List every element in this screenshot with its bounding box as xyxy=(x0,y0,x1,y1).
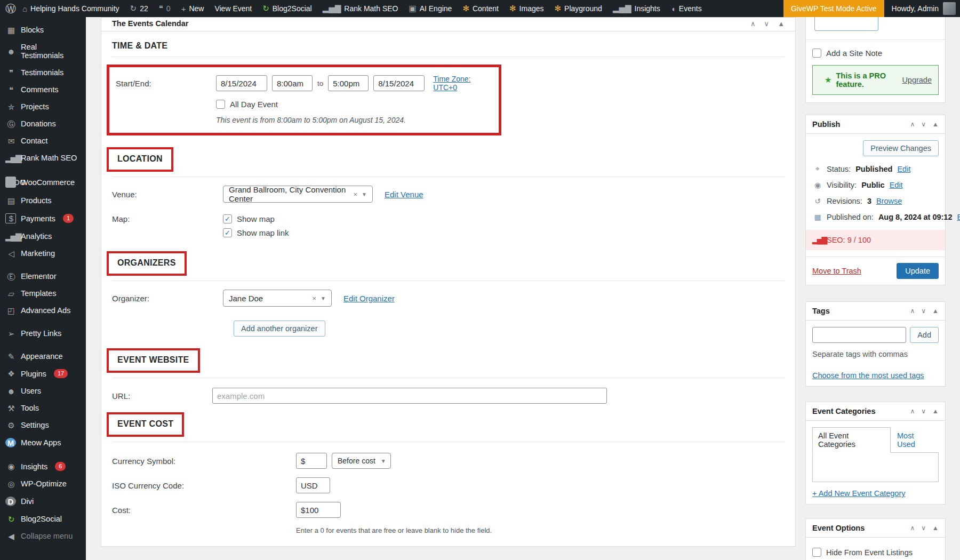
admin-bar-item[interactable]: ◖Events xyxy=(671,4,702,13)
sidebar-item[interactable]: ◰Advanced Ads xyxy=(0,302,86,319)
sidebar-item[interactable]: ⒼDonations xyxy=(0,115,86,132)
end-time-input[interactable] xyxy=(328,75,369,91)
order-up-icon[interactable]: ∧ xyxy=(910,307,915,315)
sidebar-item[interactable]: ◀Collapse menu xyxy=(0,527,86,545)
admin-bar-item[interactable]: ↻Blog2Social xyxy=(262,4,312,13)
site-note-checkbox[interactable] xyxy=(812,49,821,58)
admin-bar-item[interactable]: ❝0 xyxy=(159,4,171,13)
toggle-panel-icon[interactable]: ▲ xyxy=(932,524,939,532)
order-down-icon[interactable]: ∨ xyxy=(921,407,926,415)
iso-currency-input[interactable] xyxy=(296,477,330,493)
admin-bar-item[interactable]: ✻Images xyxy=(509,4,544,13)
all-day-checkbox[interactable] xyxy=(216,100,225,109)
sidebar-item[interactable]: ▱Templates xyxy=(0,285,86,302)
clear-icon[interactable]: × xyxy=(308,294,321,302)
count-badge: 17 xyxy=(54,369,68,378)
clear-icon[interactable]: × xyxy=(349,190,362,198)
upgrade-link[interactable]: Upgrade xyxy=(902,76,932,84)
sidebar-item[interactable]: ☻Real Testimonials xyxy=(0,38,86,64)
timezone-link[interactable]: Time Zone: UTC+0 xyxy=(433,75,492,92)
event-options-title: Event Options xyxy=(812,524,865,532)
cut-off-button[interactable] xyxy=(814,17,878,31)
add-new-category-link[interactable]: + Add New Event Category xyxy=(812,489,906,498)
edit-venue-link[interactable]: Edit Venue xyxy=(385,190,423,199)
categories-list-box[interactable] xyxy=(812,452,939,482)
wordpress-logo-icon[interactable]: Ⓦ xyxy=(5,2,16,16)
sidebar-item[interactable]: ◎WP-Optimize xyxy=(0,475,86,492)
sidebar-item[interactable]: ☻Users xyxy=(0,382,86,399)
order-up-icon[interactable]: ∧ xyxy=(750,20,756,28)
sidebar-item[interactable]: ❖Plugins17 xyxy=(0,365,86,382)
sidebar-item[interactable]: ▂▅▇Rank Math SEO xyxy=(0,149,86,166)
show-map-checkbox[interactable] xyxy=(223,214,232,223)
order-down-icon[interactable]: ∨ xyxy=(921,307,926,315)
start-time-input[interactable] xyxy=(272,75,313,91)
move-to-trash-link[interactable]: Move to Trash xyxy=(812,267,861,275)
sidebar-item[interactable]: ▤Products xyxy=(0,192,86,209)
end-date-input[interactable] xyxy=(373,75,425,91)
sidebar-item[interactable]: ➢Pretty Links xyxy=(0,325,86,342)
order-up-icon[interactable]: ∧ xyxy=(910,524,915,532)
admin-bar-item[interactable]: ↻22 xyxy=(130,4,148,13)
sidebar-item[interactable]: ✮Projects xyxy=(0,98,86,115)
tab-all-event-categories[interactable]: All Event Categories xyxy=(812,427,891,453)
sidebar-item[interactable]: ⒺElementor xyxy=(0,268,86,285)
cost-helper-text: Enter a 0 for events that are free or le… xyxy=(296,526,785,534)
sidebar-item[interactable]: ⚙Settings xyxy=(0,417,86,434)
admin-bar-item[interactable]: +New xyxy=(181,4,204,13)
givewp-test-mode-badge[interactable]: GiveWP Test Mode Active xyxy=(783,0,884,17)
admin-bar-item[interactable]: ✻Content xyxy=(462,4,499,13)
sidebar-item[interactable]: $Payments1 xyxy=(0,209,86,228)
sidebar-item[interactable]: ◉Insights6 xyxy=(0,458,86,475)
sidebar-item[interactable]: ▦Blocks xyxy=(0,21,86,38)
sidebar-item[interactable]: WOOWooCommerce xyxy=(0,172,86,192)
admin-bar-item[interactable]: View Event xyxy=(214,4,252,13)
sidebar-item[interactable]: ✉Contact xyxy=(0,132,86,149)
tags-input[interactable] xyxy=(812,327,906,343)
admin-bar-item[interactable]: ⌂Helping Hands Community xyxy=(22,4,119,13)
order-down-icon[interactable]: ∨ xyxy=(921,121,926,128)
edit-organizer-link[interactable]: Edit Organizer xyxy=(343,294,395,303)
sidebar-item[interactable]: ❝Comments xyxy=(0,81,86,98)
sidebar-item[interactable]: ⚒Tools xyxy=(0,399,86,417)
admin-bar-item[interactable]: ✻Playground xyxy=(555,4,602,13)
toggle-panel-icon[interactable]: ▲ xyxy=(932,121,939,128)
currency-symbol-input[interactable] xyxy=(296,453,327,469)
admin-bar-item[interactable]: ▣AI Engine xyxy=(409,4,452,13)
elementor-icon: Ⓔ xyxy=(5,273,16,281)
sidebar-item[interactable]: ✎Appearance xyxy=(0,348,86,365)
sidebar-item[interactable]: DDivi xyxy=(0,492,86,510)
test-icon: ❞ xyxy=(5,69,16,77)
admin-bar-item[interactable]: ▂▅▇Rank Math SEO xyxy=(323,4,398,13)
sidebar-item[interactable]: ▂▅▇Analytics xyxy=(0,228,86,245)
url-input[interactable] xyxy=(212,388,607,404)
toggle-panel-icon[interactable]: ▲ xyxy=(778,20,785,28)
cost-input[interactable] xyxy=(296,502,341,518)
admin-bar-item[interactable]: ▂▅▇Insights xyxy=(613,4,660,13)
add-tag-button[interactable]: Add xyxy=(910,327,939,343)
currency-position-select[interactable]: Before cost ▼ xyxy=(332,453,391,469)
order-up-icon[interactable]: ∧ xyxy=(910,121,915,128)
organizer-select[interactable]: Jane Doe × ▼ xyxy=(223,290,332,307)
tab-most-used[interactable]: Most Used xyxy=(891,428,939,452)
sidebar-item[interactable]: ◁Marketing xyxy=(0,245,86,262)
order-down-icon[interactable]: ∨ xyxy=(921,524,926,532)
order-down-icon[interactable]: ∨ xyxy=(764,20,770,28)
toggle-panel-icon[interactable]: ▲ xyxy=(932,407,939,415)
order-up-icon[interactable]: ∧ xyxy=(910,407,915,415)
update-button[interactable]: Update xyxy=(897,263,939,279)
preview-changes-button[interactable]: Preview Changes xyxy=(863,140,939,156)
sidebar-item[interactable]: ❞Testimonials xyxy=(0,64,86,81)
show-map-link-checkbox[interactable] xyxy=(223,228,232,237)
sidebar-item[interactable]: MMeow Apps xyxy=(0,434,86,452)
add-organizer-button[interactable]: Add another organizer xyxy=(234,321,325,337)
avatar[interactable] xyxy=(943,2,956,15)
toggle-panel-icon[interactable]: ▲ xyxy=(932,307,939,315)
start-date-input[interactable] xyxy=(216,75,267,91)
most-used-tags-link[interactable]: Choose from the most used tags xyxy=(812,371,924,380)
hide-from-listings-checkbox[interactable] xyxy=(812,548,821,557)
sidebar-item[interactable]: ↻Blog2Social xyxy=(0,510,86,527)
howdy-admin[interactable]: Howdy, Admin xyxy=(892,4,939,13)
tags-helper-text: Separate tags with commas xyxy=(812,350,939,358)
venue-select[interactable]: Grand Ballroom, City Convention Center ×… xyxy=(223,186,373,203)
